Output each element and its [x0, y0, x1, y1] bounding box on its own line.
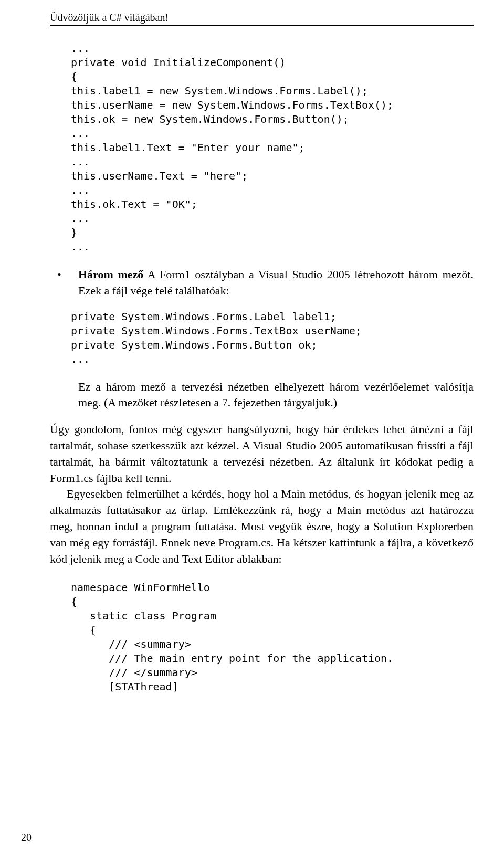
bullet-marker: •	[50, 267, 78, 283]
bullet-item-1b: Ez a három mező a tervezési nézetben elh…	[50, 379, 474, 412]
code-block-1: ... private void InitializeComponent() {…	[71, 41, 474, 254]
header-rule	[50, 25, 474, 26]
code-block-3: namespace WinFormHello { static class Pr…	[71, 581, 474, 694]
bullet-text: Három mező A Form1 osztályban a Visual S…	[78, 267, 474, 299]
bullet-strong: Három mező	[78, 268, 143, 281]
body-paragraphs: Úgy gondolom, fontos még egyszer hangsúl…	[50, 422, 474, 567]
paragraph-1: Úgy gondolom, fontos még egyszer hangsúl…	[50, 422, 474, 486]
paragraph-2: Egyesekben felmerülhet a kérdés, hogy ho…	[50, 486, 474, 567]
bullet-item-1: • Három mező A Form1 osztályban a Visual…	[50, 267, 474, 299]
code-block-2: private System.Windows.Forms.Label label…	[71, 310, 474, 366]
page: Üdvözöljük a C# világában! ... private v…	[0, 0, 504, 852]
page-number: 20	[21, 832, 32, 844]
running-header: Üdvözöljük a C# világában!	[50, 12, 474, 24]
bullet-text-2: Ez a három mező a tervezési nézetben elh…	[78, 379, 474, 412]
